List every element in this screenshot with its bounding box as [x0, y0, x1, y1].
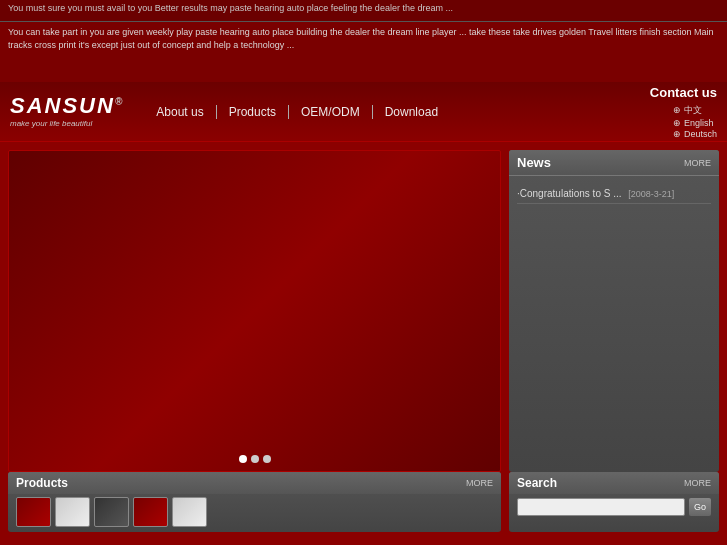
- logo-tagline: make your life beautiful: [10, 119, 92, 128]
- banner-dot-1[interactable]: [239, 455, 247, 463]
- banner-dot-3[interactable]: [263, 455, 271, 463]
- news-more-button[interactable]: MORE: [684, 158, 711, 168]
- lang-label-chinese: 中文: [684, 104, 702, 117]
- header: SANSUN® make your life beautiful About u…: [0, 82, 727, 142]
- products-bottom-header: Products MORE: [8, 472, 501, 494]
- search-more-button[interactable]: MORE: [684, 478, 711, 488]
- contact-us-button[interactable]: Contact us: [650, 85, 717, 100]
- products-bottom-more[interactable]: MORE: [466, 478, 493, 488]
- lang-label-deutsch: Deutsch: [684, 129, 717, 139]
- products-bottom: Products MORE: [8, 472, 501, 532]
- news-item-date-0: [2008-3-21]: [628, 189, 674, 199]
- product-thumb-5[interactable]: [172, 497, 207, 527]
- lang-icon-english: ⊕: [673, 118, 681, 128]
- banner-navigation: [239, 455, 271, 463]
- search-button[interactable]: Go: [689, 498, 711, 516]
- news-title: News: [517, 155, 551, 170]
- products-bottom-title: Products: [16, 476, 68, 490]
- contact-lang-area: Contact us ⊕ 中文 ⊕ English ⊕ Deutsch: [597, 85, 717, 139]
- nav-item-download[interactable]: Download: [373, 105, 450, 119]
- product-thumb-1[interactable]: [16, 497, 51, 527]
- product-thumb-2[interactable]: [55, 497, 90, 527]
- lang-icon-chinese: ⊕: [673, 105, 681, 115]
- news-header: News MORE: [509, 150, 719, 176]
- news-item-title-0: ·Congratulations to S ...: [517, 188, 622, 199]
- main-banner[interactable]: [8, 150, 501, 472]
- logo-area: SANSUN® make your life beautiful: [10, 95, 124, 128]
- main-nav: About us Products OEM/ODM Download: [124, 105, 597, 119]
- lang-english[interactable]: ⊕ English: [673, 118, 714, 128]
- language-options: ⊕ 中文 ⊕ English ⊕ Deutsch: [673, 104, 717, 139]
- right-panel: News MORE ·Congratulations to S ... [200…: [509, 150, 719, 472]
- marquee-area: You can take part in you are given weekl…: [0, 22, 727, 82]
- nav-item-products[interactable]: Products: [217, 105, 289, 119]
- nav-item-about-us[interactable]: About us: [144, 105, 216, 119]
- nav-item-oem-odm[interactable]: OEM/ODM: [289, 105, 373, 119]
- banner-dot-2[interactable]: [251, 455, 259, 463]
- search-input[interactable]: [517, 498, 685, 516]
- news-content: ·Congratulations to S ... [2008-3-21]: [509, 176, 719, 212]
- search-bottom-title: Search: [517, 476, 557, 490]
- top-bar-text: You must sure you must avail to you Bett…: [0, 0, 727, 18]
- lang-label-english: English: [684, 118, 714, 128]
- main-content: News MORE ·Congratulations to S ... [200…: [0, 142, 727, 472]
- search-bottom: Search MORE Go: [509, 472, 719, 532]
- news-box: News MORE ·Congratulations to S ... [200…: [509, 150, 719, 472]
- products-thumbnails: [8, 494, 501, 530]
- search-input-area: Go: [509, 494, 719, 520]
- brand-name: SANSUN: [10, 93, 115, 118]
- top-bar: You must sure you must avail to you Bett…: [0, 0, 727, 22]
- registered-mark: ®: [115, 96, 124, 107]
- product-thumb-4[interactable]: [133, 497, 168, 527]
- product-thumb-3[interactable]: [94, 497, 129, 527]
- search-bottom-header: Search MORE: [509, 472, 719, 494]
- news-item-0[interactable]: ·Congratulations to S ... [2008-3-21]: [517, 184, 711, 204]
- bottom-section: Products MORE Search MORE Go: [0, 472, 727, 532]
- logo[interactable]: SANSUN®: [10, 95, 124, 117]
- lang-icon-deutsch: ⊕: [673, 129, 681, 139]
- lang-chinese[interactable]: ⊕ 中文: [673, 104, 702, 117]
- marquee-text: You can take part in you are given weekl…: [8, 26, 719, 51]
- lang-deutsch[interactable]: ⊕ Deutsch: [673, 129, 717, 139]
